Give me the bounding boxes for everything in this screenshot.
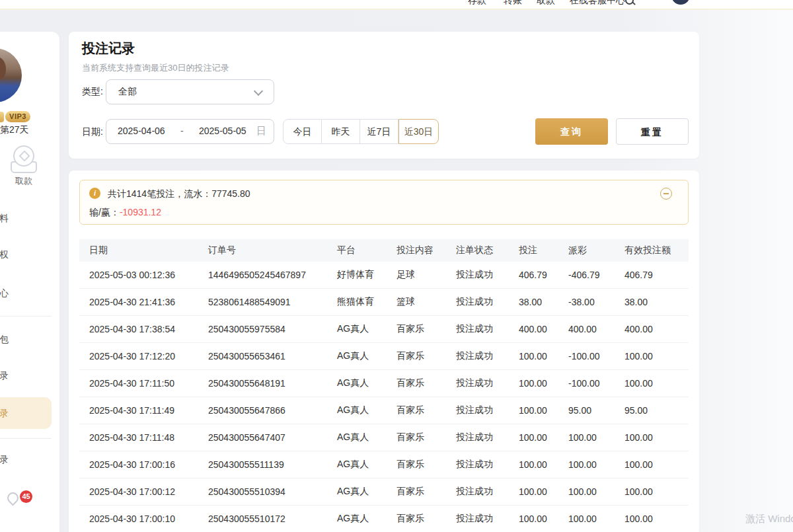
table-cell: 投注成功 [446, 506, 509, 532]
column-header: 平台 [327, 239, 387, 262]
table-cell: 100.00 [558, 451, 615, 478]
table-cell: AG真人 [327, 451, 387, 478]
sidebar: VIP3 第27天 取款 个人资料VIP特权任务中心我的钱包交易记录投注记录优惠… [0, 32, 59, 532]
table-cell: 2025-05-03 00:12:36 [79, 262, 198, 289]
table-row: 2025-04-30 17:11:48250430055647407AG真人百家… [79, 424, 689, 451]
table-cell: 100.00 [615, 370, 689, 397]
table-cell: 2025-04-30 17:00:12 [79, 478, 198, 506]
column-header: 注单状态 [446, 239, 509, 262]
withdraw-coin-icon [13, 145, 34, 167]
table-row: 2025-04-30 17:00:16250430055511139AG真人百家… [79, 451, 689, 478]
table-cell: 百家乐 [387, 424, 446, 451]
table-cell: 投注成功 [446, 289, 509, 316]
user-avatar[interactable] [0, 48, 22, 102]
topnav-item[interactable]: 在线客服中心 [570, 0, 625, 7]
table-cell: -100.00 [558, 343, 615, 370]
table-cell: 百家乐 [387, 316, 446, 343]
table-row: 2025-04-30 17:12:20250430055653461AG真人百家… [79, 343, 689, 370]
table-row: 2025-04-30 17:38:54250430055975584AG真人百家… [79, 316, 689, 343]
table-cell: 400.00 [509, 316, 558, 343]
column-header: 订单号 [198, 239, 327, 262]
sidebar-item-label: 投注记录 [0, 397, 9, 429]
user-avatar-small[interactable] [671, 0, 690, 5]
sidebar-divider [0, 438, 52, 439]
table-cell: 百家乐 [387, 343, 446, 370]
table-cell: 投注成功 [446, 316, 509, 343]
topnav-item[interactable]: 存款 [468, 0, 486, 7]
sidebar-item-交易记录[interactable]: 交易记录 [0, 360, 59, 391]
table-cell: 投注成功 [446, 262, 509, 289]
sidebar-item-VIP特权[interactable]: VIP特权 [0, 239, 59, 270]
table-cell: 好博体育 [327, 262, 387, 289]
table-row: 2025-04-30 17:00:10250430055510172AG真人百家… [79, 506, 689, 532]
table-cell: 投注成功 [446, 478, 509, 506]
table-cell: -100.00 [558, 370, 615, 397]
table-cell: 熊猫体育 [327, 289, 387, 316]
vip-icon [0, 112, 4, 122]
topnav-item[interactable]: 取款 [537, 0, 555, 7]
table-cell: AG真人 [327, 397, 387, 424]
table-cell: 投注成功 [446, 343, 509, 370]
reset-button[interactable]: 重置 [616, 118, 689, 145]
table-row: 2025-04-30 17:11:50250430055648191AG真人百家… [79, 370, 689, 397]
table-cell: 100.00 [509, 370, 558, 397]
withdraw-quick-action[interactable]: 取款 [9, 145, 38, 187]
loss-value: -10931.12 [120, 207, 161, 217]
quick-range-近7日[interactable]: 近7日 [360, 119, 398, 144]
table-cell: 100.00 [615, 478, 689, 506]
date-start-value: 2025-04-06 [118, 126, 165, 136]
query-button[interactable]: 查询 [535, 118, 608, 145]
sidebar-item-个人资料[interactable]: 个人资料 [0, 202, 59, 234]
chevron-down-icon [254, 87, 263, 96]
table-cell: 100.00 [558, 478, 615, 506]
table-cell: 2025-04-30 17:00:16 [79, 451, 198, 478]
table-cell: 400.00 [558, 316, 615, 343]
collapse-icon[interactable] [660, 188, 672, 200]
table-cell: 投注成功 [446, 424, 509, 451]
table-cell: 2025-04-30 17:38:54 [79, 316, 198, 343]
sidebar-item-label: 优惠记录 [0, 443, 9, 475]
search-icon[interactable] [625, 0, 634, 5]
sidebar-item-消息中心[interactable]: 45 [0, 482, 59, 513]
date-range-input[interactable]: 2025-04-06 - 2025-05-05 日 [106, 119, 274, 144]
table-cell: 1446496505245467897 [198, 262, 327, 289]
table-cell: 百家乐 [387, 397, 446, 424]
quick-range-近30日[interactable]: 近30日 [398, 119, 439, 144]
table-row: 2025-04-30 17:00:12250430055510394AG真人百家… [79, 478, 689, 506]
table-cell: 100.00 [509, 451, 558, 478]
table-cell: 250430055511139 [198, 451, 327, 478]
table-header-row: 日期订单号平台投注内容注单状态投注派彩有效投注额 [79, 239, 689, 262]
sidebar-item-label: 个人资料 [0, 202, 9, 234]
table-cell: 百家乐 [387, 370, 446, 397]
sidebar-item-投注记录[interactable]: 投注记录 [0, 397, 59, 429]
table-cell: 406.79 [615, 262, 689, 289]
membership-day-text: 第27天 [0, 124, 29, 136]
column-header: 派彩 [558, 239, 615, 262]
quick-range-昨天[interactable]: 昨天 [322, 119, 360, 144]
table-cell: 2025-04-30 17:11:48 [79, 424, 198, 451]
filter-card: 投注记录 当前系统支持查询最近30日的投注记录 类型: 全部 日期: 2025-… [69, 32, 699, 159]
summary-totals: 共计1414笔投注，流水：77745.80 [108, 188, 250, 200]
table-cell: 100.00 [615, 451, 689, 478]
top-nav-bar: 存款转账取款在线客服中心 [0, 0, 793, 10]
table-cell: 100.00 [615, 506, 689, 532]
table-cell: 250430055648191 [198, 370, 327, 397]
bet-records-table: 日期订单号平台投注内容注单状态投注派彩有效投注额 2025-05-03 00:1… [79, 239, 689, 532]
table-cell: 篮球 [387, 289, 446, 316]
table-cell: 38.00 [509, 289, 558, 316]
type-select[interactable]: 全部 [106, 79, 274, 104]
quick-range-今日[interactable]: 今日 [283, 119, 322, 144]
topnav-item[interactable]: 转账 [504, 0, 522, 7]
sidebar-item-优惠记录[interactable]: 优惠记录 [0, 443, 59, 475]
table-cell: 2025-04-30 21:41:36 [79, 289, 198, 316]
table-cell: 足球 [387, 262, 446, 289]
table-cell: 投注成功 [446, 397, 509, 424]
sidebar-item-任务中心[interactable]: 任务中心 [0, 277, 59, 309]
table-cell: 2025-04-30 17:11:49 [79, 397, 198, 424]
quick-range-group: 今日昨天近7日近30日 [283, 119, 439, 144]
sidebar-item-我的钱包[interactable]: 我的钱包 [0, 323, 59, 355]
table-cell: 250430055653461 [198, 343, 327, 370]
column-header: 投注 [509, 239, 558, 262]
table-cell: AG真人 [327, 478, 387, 506]
vip-badge: VIP3 [5, 111, 30, 122]
